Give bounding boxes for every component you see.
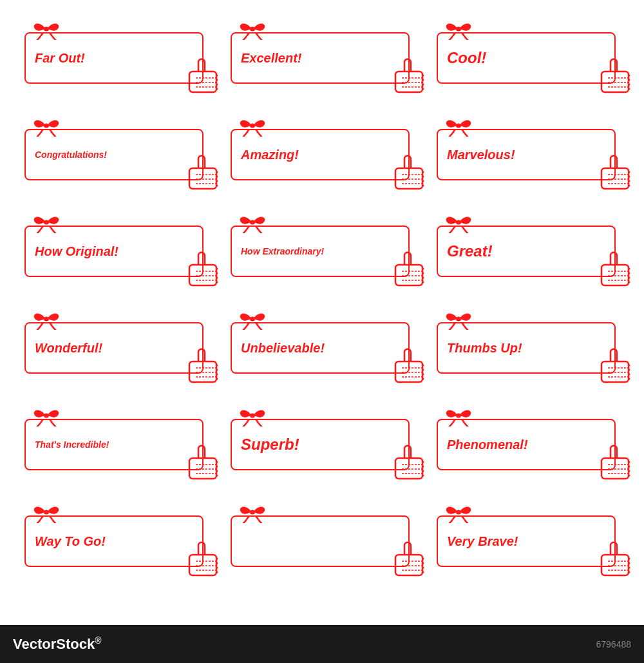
badge-wrapper-great: Great! — [425, 201, 631, 298]
svg-point-70 — [422, 277, 424, 279]
svg-point-61 — [216, 277, 218, 279]
badge-label-amazing: Amazing! — [241, 148, 299, 162]
svg-point-27 — [44, 124, 49, 128]
svg-point-106 — [629, 374, 630, 376]
svg-point-15 — [422, 79, 424, 81]
badge-label-very-brave: Very Brave! — [447, 534, 518, 549]
svg-point-105 — [629, 369, 630, 371]
svg-point-144 — [250, 510, 255, 515]
svg-point-135 — [44, 510, 49, 515]
badge-card-very-brave: Very Brave! — [437, 515, 616, 567]
thumbs-up-icon — [599, 442, 627, 476]
badge-card-how-extraordinary: How Extraordinary! — [231, 226, 410, 277]
badge-label-congratulations: Congratulations! — [35, 149, 107, 160]
badge-label-unbelievable: Unbelievable! — [241, 341, 325, 356]
svg-point-88 — [216, 374, 218, 376]
svg-point-95 — [422, 365, 424, 367]
badge-wrapper-very-brave: Very Brave! — [425, 491, 631, 588]
badge-label-thumbs-up: Thumbs Up! — [447, 341, 522, 356]
svg-point-72 — [456, 220, 461, 225]
svg-point-69 — [422, 273, 424, 274]
badge-wrapper-marvelous: Marvelous! — [425, 104, 631, 201]
thumbs-up-icon — [187, 442, 215, 476]
badge-wrapper-amazing: Amazing! — [219, 104, 425, 201]
badge-card-unbelievable: Unbelievable! — [231, 322, 410, 374]
badge-label-way-to-go: Way To Go! — [35, 534, 106, 549]
badge-label-marvelous: Marvelous! — [447, 148, 515, 162]
badge-wrapper-superb: Superb! — [219, 394, 425, 491]
bow-icon — [444, 21, 468, 35]
badge-card-thumbs-up: Thumbs Up! — [437, 322, 616, 374]
svg-point-131 — [629, 461, 630, 463]
svg-point-126 — [456, 414, 461, 418]
svg-point-17 — [422, 88, 424, 90]
svg-point-36 — [250, 124, 255, 128]
svg-point-5 — [216, 75, 218, 77]
badge-wrapper-thats-incredible: That's Incredible! — [13, 394, 219, 491]
badge-card-great: Great! — [437, 226, 616, 277]
bow-icon — [32, 504, 55, 518]
svg-point-123 — [422, 466, 424, 468]
svg-point-33 — [216, 176, 218, 178]
svg-point-52 — [629, 180, 630, 182]
badge-label-how-original: How Original! — [35, 244, 118, 259]
badge-wrapper-how-extraordinary: How Extraordinary! — [219, 201, 425, 298]
svg-point-78 — [629, 273, 630, 274]
svg-point-133 — [629, 470, 630, 472]
thumbs-up-icon — [599, 345, 627, 379]
svg-rect-28 — [189, 168, 216, 189]
svg-point-43 — [422, 180, 424, 182]
svg-point-32 — [216, 171, 218, 173]
svg-point-23 — [629, 75, 630, 77]
thumbs-up-icon — [393, 345, 421, 379]
thumbs-up-icon — [187, 345, 215, 379]
bow-icon — [238, 311, 261, 325]
badge-label-wonderful: Wonderful! — [35, 341, 102, 356]
bow-icon — [238, 117, 261, 131]
svg-point-160 — [629, 567, 630, 569]
bow-icon — [238, 407, 261, 421]
svg-point-161 — [629, 572, 630, 573]
badge-card-how-original: How Original! — [24, 226, 204, 277]
svg-rect-109 — [189, 458, 216, 479]
badge-card-excellent: Excellent! — [231, 32, 410, 84]
svg-point-108 — [44, 414, 49, 418]
svg-point-45 — [456, 124, 461, 128]
bow-icon — [238, 214, 261, 228]
badge-card-wonderful: Wonderful! — [24, 322, 204, 374]
thumbs-up-icon — [393, 55, 421, 89]
badge-label-excellent: Excellent! — [241, 51, 301, 66]
svg-point-26 — [629, 88, 630, 90]
badge-card-marvelous: Marvelous! — [437, 129, 616, 180]
svg-point-7 — [216, 84, 218, 86]
svg-point-81 — [44, 317, 49, 322]
svg-point-16 — [422, 84, 424, 86]
svg-rect-37 — [395, 168, 422, 189]
svg-point-77 — [629, 268, 630, 270]
bow-icon — [32, 311, 55, 325]
svg-point-44 — [422, 185, 424, 187]
bow-icon — [238, 21, 261, 35]
thumbs-up-icon — [393, 442, 421, 476]
svg-point-60 — [216, 273, 218, 274]
badge-wrapper-cool: Cool! — [425, 8, 631, 104]
badge-label-thats-incredible: That's Incredible! — [35, 439, 109, 450]
svg-rect-91 — [395, 361, 422, 382]
svg-point-0 — [44, 27, 49, 32]
thumbs-up-icon — [187, 55, 215, 89]
svg-point-63 — [250, 220, 255, 225]
badge-wrapper-wonderful: Wonderful! — [13, 298, 219, 394]
badge-label-phenomenal: Phenomenal! — [447, 437, 528, 452]
badge-wrapper-excellent: Excellent! — [219, 8, 425, 104]
badge-card-congratulations: Congratulations! — [24, 129, 204, 180]
svg-rect-118 — [395, 458, 422, 479]
thumbs-up-icon — [393, 152, 421, 186]
svg-point-86 — [216, 365, 218, 367]
svg-point-42 — [422, 176, 424, 178]
svg-point-107 — [629, 378, 630, 380]
badge-wrapper-empty — [219, 491, 425, 588]
svg-point-24 — [629, 79, 630, 81]
svg-point-6 — [216, 79, 218, 81]
badge-card-superb: Superb! — [231, 419, 410, 470]
svg-point-59 — [216, 268, 218, 270]
